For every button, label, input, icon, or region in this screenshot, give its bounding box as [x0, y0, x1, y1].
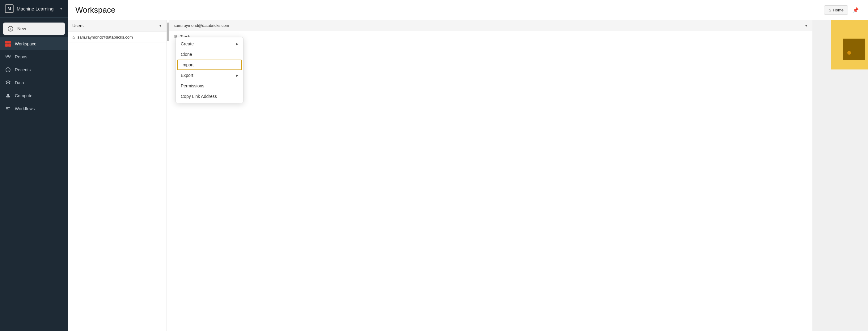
page-title: Workspace: [75, 5, 116, 15]
context-menu-item-clone[interactable]: Clone: [176, 49, 243, 60]
left-panel-header: Users ▼: [68, 20, 166, 32]
svg-line-11: [8, 95, 9, 96]
sidebar-item-data[interactable]: Data: [0, 76, 68, 89]
right-file-panel: sam.raymond@databricks.com ▼ 🗑 Trash Cre…: [169, 20, 812, 331]
home-icon: ⌂: [829, 8, 831, 12]
context-menu-item-export[interactable]: Export ▶: [176, 70, 243, 80]
sidebar: M Machine Learning ▼ + New Workspace: [0, 0, 68, 331]
main-header: Workspace ⌂ Home 📌: [68, 0, 868, 20]
sidebar-item-compute-label: Compute: [15, 93, 32, 98]
scrollbar-thumb: [167, 23, 169, 41]
pin-button[interactable]: 📌: [851, 5, 861, 15]
chevron-down-icon[interactable]: ▼: [158, 24, 162, 28]
left-file-panel: Users ▼ ⌂ sam.raymond@databricks.com: [68, 20, 167, 331]
arrow-right-icon: ▶: [236, 42, 238, 46]
svg-rect-1: [8, 55, 10, 57]
file-browser: Users ▼ ⌂ sam.raymond@databricks.com sam…: [68, 20, 868, 331]
home-button[interactable]: ⌂ Home: [824, 5, 848, 15]
scrollbar-track[interactable]: [167, 20, 169, 331]
repos-icon: [5, 54, 11, 60]
permissions-label: Permissions: [181, 84, 204, 88]
svg-marker-6: [6, 80, 10, 83]
list-item[interactable]: 🗑 Trash: [169, 31, 812, 42]
home-button-label: Home: [833, 8, 844, 12]
chevron-down-icon[interactable]: ▼: [804, 24, 808, 28]
arrow-right-icon: ▶: [236, 73, 238, 77]
right-decorative-panel: [812, 20, 868, 331]
context-menu: Create ▶ Clone Import Export ▶ Permissio…: [176, 37, 244, 103]
workflows-icon: [5, 106, 11, 112]
sidebar-item-recents-label: Recents: [15, 67, 31, 72]
header-actions: ⌂ Home 📌: [824, 5, 861, 15]
decorative-dot: [847, 51, 851, 55]
app-logo: M: [5, 4, 13, 13]
decorative-dark-square: [843, 39, 865, 60]
user-item-label: sam.raymond@databricks.com: [77, 35, 132, 39]
right-panel-header: sam.raymond@databricks.com ▼: [169, 20, 812, 31]
context-menu-item-copy-link[interactable]: Copy Link Address: [176, 91, 243, 102]
sidebar-item-new-label: New: [17, 26, 26, 31]
sidebar-item-data-label: Data: [15, 80, 24, 85]
create-label: Create: [181, 41, 194, 46]
svg-point-9: [7, 94, 9, 95]
sidebar-header[interactable]: M Machine Learning ▼: [0, 0, 68, 18]
list-item[interactable]: ⌂ sam.raymond@databricks.com: [68, 32, 166, 43]
data-icon: [5, 80, 11, 86]
export-label: Export: [181, 73, 193, 78]
sidebar-item-recents[interactable]: Recents: [0, 63, 68, 76]
sidebar-nav: + New Workspace: [0, 18, 68, 331]
sidebar-item-workflows[interactable]: Workflows: [0, 102, 68, 115]
sidebar-item-repos-label: Repos: [15, 54, 27, 59]
right-panel-title: sam.raymond@databricks.com: [174, 23, 229, 28]
svg-line-10: [7, 95, 8, 96]
main-content: Workspace ⌂ Home 📌 Users ▼ ⌂ sam.raymond…: [68, 0, 868, 331]
sidebar-item-workspace-label: Workspace: [15, 41, 36, 46]
scrollbar[interactable]: [167, 23, 169, 41]
recents-icon: [5, 67, 11, 73]
svg-rect-0: [6, 55, 8, 57]
pin-icon: 📌: [852, 7, 859, 13]
context-menu-item-import[interactable]: Import: [177, 60, 242, 70]
import-label: Import: [181, 62, 194, 67]
clone-label: Clone: [181, 52, 192, 57]
sidebar-item-repos[interactable]: Repos: [0, 50, 68, 63]
home-icon: ⌂: [72, 35, 75, 39]
chevron-down-icon: ▼: [59, 6, 63, 11]
sidebar-item-workflows-label: Workflows: [15, 106, 35, 111]
sidebar-item-new[interactable]: + New: [3, 23, 65, 35]
left-panel-title: Users: [72, 23, 84, 28]
context-menu-item-create[interactable]: Create ▶: [176, 39, 243, 49]
sidebar-item-compute[interactable]: Compute: [0, 89, 68, 102]
compute-icon: [5, 93, 11, 99]
svg-point-8: [8, 96, 9, 97]
plus-circle-icon: +: [7, 26, 13, 32]
sidebar-item-workspace[interactable]: Workspace: [0, 37, 68, 50]
context-menu-item-permissions[interactable]: Permissions: [176, 80, 243, 91]
copy-link-label: Copy Link Address: [181, 94, 217, 99]
workspace-icon: [5, 41, 11, 47]
app-name: Machine Learning: [17, 6, 56, 11]
svg-point-7: [6, 96, 8, 97]
